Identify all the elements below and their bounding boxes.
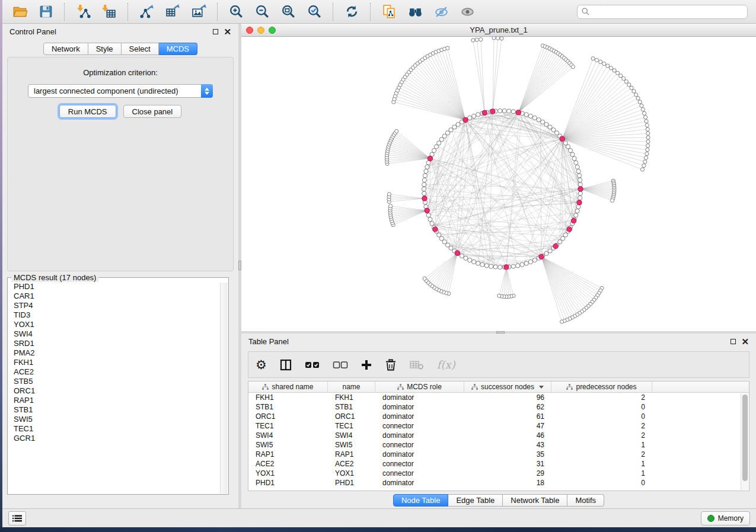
attribute-icon — [471, 384, 478, 390]
function-builder-button[interactable]: f(x) — [437, 356, 455, 374]
table-row[interactable]: TEC1TEC1connector472 — [248, 421, 749, 431]
zoom-selected-button[interactable] — [303, 2, 326, 21]
table-row[interactable]: ORC1ORC1dominator610 — [248, 412, 749, 421]
list-item[interactable]: FKH1 — [8, 358, 228, 367]
network-titlebar: YPA_prune.txt_1 — [241, 24, 756, 37]
create-column-button[interactable] — [361, 356, 372, 374]
status-bar: Memory — [2, 508, 756, 527]
attribute-icon — [262, 384, 269, 390]
column-header-filler — [652, 382, 749, 392]
delete-column-button[interactable] — [385, 356, 397, 374]
unselect-all-columns-button[interactable] — [333, 356, 348, 374]
network-graph[interactable] — [241, 37, 756, 331]
list-item[interactable]: TEC1 — [8, 424, 228, 434]
table-row[interactable]: RAP1RAP1dominator352 — [248, 450, 749, 459]
mcds-result-list: PHD1 CAR1 STP4 TID3 YOX1 SWI4 SRD1 PMA2 … — [8, 282, 228, 494]
cytoscape-window: Control Panel ✕ Network Style Select MCD… — [2, 0, 756, 527]
zoom-selected-icon — [307, 4, 323, 20]
export-table-button[interactable] — [161, 2, 184, 21]
delete-table-button[interactable] — [409, 356, 425, 374]
list-item[interactable]: GCR1 — [8, 434, 228, 443]
column-header-shared-name[interactable]: shared name — [248, 382, 328, 392]
save-session-button[interactable] — [34, 2, 57, 21]
column-header-successor-nodes[interactable]: successor nodes — [464, 382, 551, 392]
close-panel-icon[interactable]: ✕ — [224, 29, 231, 34]
tab-network[interactable]: Network — [43, 43, 88, 55]
optimization-criterion-select[interactable]: largest connected component (undirected) — [28, 84, 213, 98]
search-network-button[interactable] — [404, 2, 426, 21]
list-item[interactable]: SWI5 — [8, 415, 228, 424]
table-row[interactable]: PHD1PHD1dominator180 — [248, 478, 749, 488]
table-header-row: shared name name MCDS role successor nod… — [248, 382, 749, 393]
table-row[interactable]: FKH1FKH1dominator962 — [248, 393, 749, 402]
select-all-columns-button[interactable] — [305, 356, 320, 374]
close-panel-button[interactable]: Close panel — [123, 105, 182, 118]
float-panel-icon[interactable] — [731, 339, 736, 344]
refresh-icon — [344, 4, 360, 20]
eye-icon — [460, 4, 476, 20]
hide-selected-button[interactable] — [430, 2, 452, 21]
table-options-button[interactable]: ⚙ — [256, 356, 267, 374]
copy-style-button[interactable] — [378, 2, 400, 21]
column-header-mcds-role[interactable]: MCDS role — [375, 382, 464, 392]
zoom-fit-button[interactable] — [277, 2, 299, 21]
memory-status-icon — [707, 515, 714, 522]
list-item[interactable]: STB1 — [8, 405, 228, 415]
tab-edge-table[interactable]: Edge Table — [448, 494, 503, 507]
list-item[interactable]: SRD1 — [8, 339, 228, 348]
list-item[interactable]: PMA2 — [8, 348, 228, 358]
list-item[interactable]: SWI4 — [8, 329, 228, 339]
attribute-icon — [397, 384, 404, 390]
control-panel-title: Control Panel — [9, 27, 56, 36]
memory-button[interactable]: Memory — [701, 511, 750, 525]
float-panel-icon[interactable] — [213, 29, 218, 34]
import-network-button[interactable] — [72, 2, 94, 21]
table-panel-title: Table Panel — [248, 337, 289, 346]
close-panel-icon[interactable]: ✕ — [741, 339, 749, 344]
table-row[interactable]: ACE2ACE2connector311 — [248, 459, 749, 469]
tab-style[interactable]: Style — [88, 43, 122, 55]
table-row[interactable]: YOX1YOX1connector291 — [248, 469, 749, 478]
import-table-icon — [101, 4, 117, 20]
run-mcds-button[interactable]: Run MCDS — [59, 105, 116, 118]
list-item[interactable]: ACE2 — [8, 367, 228, 377]
tab-node-table[interactable]: Node Table — [393, 494, 449, 507]
list-item[interactable]: PHD1 — [8, 282, 228, 291]
table-row[interactable]: SWI4SWI4dominator462 — [248, 431, 749, 440]
fx-icon: f(x) — [437, 358, 455, 371]
table-toolbar: ⚙ — [248, 351, 749, 378]
list-item[interactable]: STP4 — [8, 301, 228, 310]
scrollbar[interactable] — [220, 283, 228, 493]
tab-select[interactable]: Select — [122, 43, 159, 55]
open-file-button[interactable] — [8, 2, 31, 21]
show-columns-button[interactable] — [279, 356, 292, 374]
table-row[interactable]: SWI5SWI5connector431 — [248, 440, 749, 450]
list-item[interactable]: TID3 — [8, 310, 228, 320]
zoom-out-icon — [254, 4, 270, 20]
search-input[interactable] — [592, 6, 743, 18]
scrollbar[interactable] — [741, 393, 748, 490]
tab-motifs[interactable]: Motifs — [567, 494, 604, 507]
tab-mcds[interactable]: MCDS — [159, 43, 197, 55]
export-image-button[interactable] — [187, 2, 210, 21]
table-row[interactable]: STB1STB1dominator620 — [248, 402, 749, 412]
show-panels-button[interactable] — [8, 511, 26, 525]
show-all-button[interactable] — [456, 2, 479, 21]
node-table: shared name name MCDS role successor nod… — [248, 381, 749, 491]
export-network-button[interactable] — [135, 2, 158, 21]
scrollbar-thumb[interactable] — [742, 395, 748, 481]
list-item[interactable]: CAR1 — [8, 291, 228, 301]
column-header-predecessor-nodes[interactable]: predecessor nodes — [551, 382, 652, 392]
import-table-button[interactable] — [98, 2, 120, 21]
zoom-in-button[interactable] — [225, 2, 247, 21]
list-item[interactable]: YOX1 — [8, 320, 228, 329]
list-item[interactable]: STB5 — [8, 377, 228, 386]
list-item[interactable]: RAP1 — [8, 396, 228, 405]
tab-network-table[interactable]: Network Table — [503, 494, 567, 507]
column-header-name[interactable]: name — [328, 382, 375, 392]
import-network-icon — [75, 4, 91, 20]
refresh-button[interactable] — [340, 2, 363, 21]
list-item[interactable]: ORC1 — [8, 386, 228, 396]
zoom-out-button[interactable] — [251, 2, 273, 21]
network-canvas[interactable] — [241, 37, 756, 331]
